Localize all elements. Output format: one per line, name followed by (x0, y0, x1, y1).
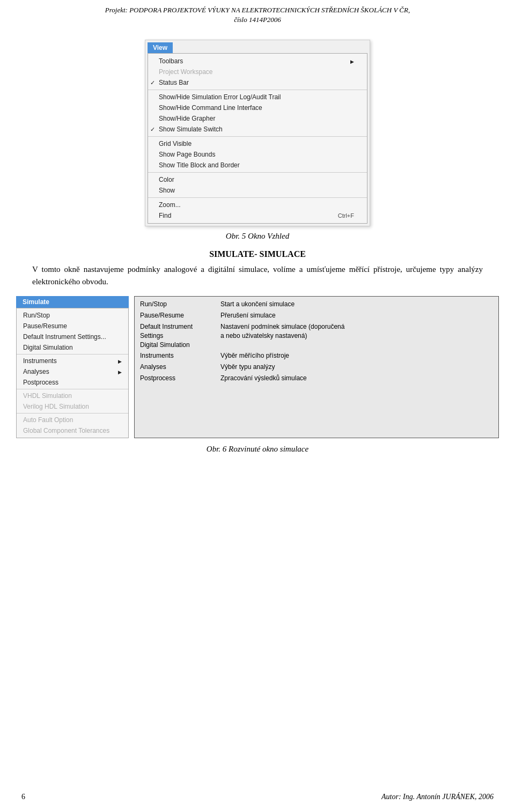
view-menu-body: Toolbars Project Workspace Status Bar Sh… (148, 53, 367, 224)
table-key-pause-resume: Pause/Resume (140, 311, 220, 320)
table-row-postprocess: Postprocess Zpracování výsledků simulace (140, 374, 493, 383)
arrow-icon (340, 57, 354, 65)
menu-item-status-bar[interactable]: Status Bar (148, 77, 367, 88)
view-menu-window: View Toolbars Project Workspace Status B… (145, 40, 370, 226)
footer-page-number: 6 (21, 793, 25, 801)
sim-divider-1 (17, 354, 128, 355)
table-val-analyses: Výběr typu analýzy (220, 363, 493, 372)
menu-item-project-workspace: Project Workspace (148, 67, 367, 77)
menu-item-find[interactable]: Find Ctrl+F (148, 210, 367, 221)
sim-item-vhdl: VHDL Simulation (17, 390, 128, 401)
figure6-caption: Obr. 6 Rozvinuté okno simulace (0, 445, 515, 454)
simulate-heading: SIMULATE- SIMULACE (32, 249, 483, 259)
table-row-pause-resume: Pause/Resume Přerušení simulace (140, 311, 493, 320)
menu-divider-4 (148, 197, 367, 198)
table-val-postprocess: Zpracování výsledků simulace (220, 374, 493, 383)
table-row-default-instrument: Default InstrumentSettingsDigital Simula… (140, 322, 493, 349)
menu-divider-2 (148, 136, 367, 137)
sim-item-default-instrument[interactable]: Default Instrument Settings... (17, 331, 128, 342)
menu-item-show-simulate-switch[interactable]: Show Simulate Switch (148, 124, 367, 135)
table-key-postprocess: Postprocess (140, 374, 220, 383)
table-val-run-stop: Start a ukončení simulace (220, 300, 493, 309)
menu-item-show-title-block[interactable]: Show Title Block and Border (148, 160, 367, 171)
table-key-default-instrument: Default InstrumentSettingsDigital Simula… (140, 322, 220, 349)
table-row-run-stop: Run/Stop Start a ukončení simulace (140, 300, 493, 309)
menu-item-color[interactable]: Color (148, 174, 367, 185)
instruments-arrow-icon (118, 357, 122, 365)
sim-item-digital-simulation[interactable]: Digital Simulation (17, 342, 128, 353)
page-footer: 6 Autor: Ing. Antonín JURÁNEK, 2006 (0, 793, 515, 801)
simulate-table: Run/Stop Start a ukončení simulace Pause… (134, 296, 499, 438)
view-menu-title: View (148, 42, 173, 53)
find-shortcut: Ctrl+F (338, 212, 354, 219)
simulate-body: V tomto okně nastavujeme podmínky analog… (32, 263, 483, 287)
menu-item-show-hide-grapher[interactable]: Show/Hide Grapher (148, 113, 367, 124)
analyses-arrow-icon (118, 368, 122, 375)
table-val-instruments: Výběr měřícího přístroje (220, 351, 493, 360)
header-line2: číslo 1414P2006 (21, 15, 494, 25)
simulate-menu: Simulate Run/Stop Pause/Resume Default I… (16, 296, 129, 438)
sim-item-run-stop[interactable]: Run/Stop (17, 310, 128, 321)
page-header: Projekt: PODPORA PROJEKTOVÉ VÝUKY NA ELE… (0, 0, 515, 29)
table-key-instruments: Instruments (140, 351, 220, 360)
menu-item-show[interactable]: Show (148, 185, 367, 196)
simulate-area: Simulate Run/Stop Pause/Resume Default I… (16, 296, 499, 438)
sim-divider-3 (17, 413, 128, 414)
sim-divider-2 (17, 389, 128, 389)
sim-item-auto-fault: Auto Fault Option (17, 415, 128, 425)
table-val-pause-resume: Přerušení simulace (220, 311, 493, 320)
menu-item-show-hide-sim-error[interactable]: Show/Hide Simulation Error Log/Audit Tra… (148, 92, 367, 102)
menu-item-zoom[interactable]: Zoom... (148, 200, 367, 210)
table-row-instruments: Instruments Výběr měřícího přístroje (140, 351, 493, 360)
menu-item-show-page-bounds[interactable]: Show Page Bounds (148, 149, 367, 160)
simulate-menu-title: Simulate (16, 296, 129, 308)
table-key-run-stop: Run/Stop (140, 300, 220, 309)
menu-item-show-hide-cli[interactable]: Show/Hide Command Line Interface (148, 102, 367, 113)
menu-item-grid-visible[interactable]: Grid Visible (148, 138, 367, 149)
table-key-analyses: Analyses (140, 363, 220, 372)
menu-item-toolbars[interactable]: Toolbars (148, 56, 367, 67)
sim-item-postprocess[interactable]: Postprocess (17, 377, 128, 388)
table-val-default-instrument: Nastavení podmínek simulace (doporučenáa… (220, 322, 493, 341)
footer-author: Autor: Ing. Antonín JURÁNEK, 2006 (381, 793, 494, 801)
header-line1: Projekt: PODPORA PROJEKTOVÉ VÝUKY NA ELE… (21, 5, 494, 15)
table-row-analyses: Analyses Výběr typu analýzy (140, 363, 493, 372)
menu-divider-1 (148, 90, 367, 90)
simulate-menu-body: Run/Stop Pause/Resume Default Instrument… (16, 308, 129, 438)
view-menu-screenshot: View Toolbars Project Workspace Status B… (0, 40, 515, 226)
sim-item-analyses[interactable]: Analyses (17, 366, 128, 377)
menu-divider-3 (148, 172, 367, 173)
sim-item-instruments[interactable]: Instruments (17, 356, 128, 366)
figure5-caption: Obr. 5 Okno Vzhled (0, 232, 515, 241)
sim-item-pause-resume[interactable]: Pause/Resume (17, 321, 128, 331)
sim-item-verilog: Verilog HDL Simulation (17, 401, 128, 412)
sim-item-global-component: Global Component Tolerances (17, 425, 128, 436)
